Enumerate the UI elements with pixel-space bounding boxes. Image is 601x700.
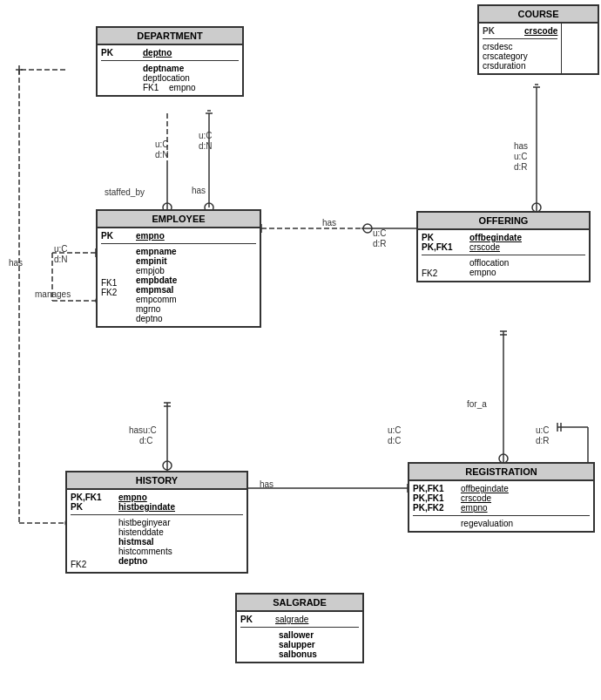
offering-empno: empno — [469, 268, 509, 277]
reg-empty-label — [413, 519, 461, 528]
offering-pk-section: PK offbegindate PK,FK1 crscode — [418, 230, 589, 255]
annotation-dn-emp-manages: d:N — [54, 255, 68, 264]
history-pkfk1-label: PK,FK1 — [71, 493, 118, 502]
entity-course-pk-col: PK crscode crsdesc crscategory crsdurati… — [479, 24, 562, 73]
emp-deptno: deptno — [136, 314, 177, 323]
emp-pk-label: PK — [101, 231, 136, 241]
dept-fk1-label: FK1 — [143, 83, 169, 92]
history-histbegindate: histbegindate — [118, 502, 175, 512]
reg-pk1-row: PK,FK1 offbegindate — [413, 484, 590, 493]
offering-pk-label: PK — [422, 233, 469, 242]
offering-offlocation: offlocation — [469, 258, 509, 268]
reg-attr1-row: regevaluation — [413, 519, 590, 528]
entity-salgrade: SALGRADE PK salgrade sallower salupper s… — [235, 593, 364, 663]
annotation-has-dept: has — [192, 186, 206, 195]
entity-offering: OFFERING PK offbegindate PK,FK1 crscode … — [416, 211, 591, 282]
history-pk1-row: PK,FK1 empno — [71, 493, 243, 502]
annotation-dr-course-offering: d:R — [514, 162, 528, 172]
course-crscode: crscode — [524, 26, 557, 36]
history-deptno: deptno — [118, 556, 172, 566]
emp-fk1-lbl: FK1 — [101, 278, 136, 288]
emp-fk2-lbl: FK2 — [101, 288, 136, 297]
dept-fk-empty — [101, 64, 143, 92]
dept-deptname: deptname — [143, 64, 196, 73]
annotation-dc-reg-left: d:C — [388, 436, 402, 445]
emp-empno: empno — [136, 231, 165, 241]
reg-pkfk1a-label: PK,FK1 — [413, 484, 461, 493]
history-pk2-row: PK histbegindate — [71, 502, 243, 512]
entity-employee-header: EMPLOYEE — [98, 211, 260, 228]
annotation-hasu-c: hasu:C — [129, 425, 157, 435]
salgrade-pk-label: PK — [240, 615, 275, 624]
registration-pk-section: PK,FK1 offbegindate PK,FK1 crscode PK,FK… — [409, 481, 593, 515]
entity-registration: REGISTRATION PK,FK1 offbegindate PK,FK1 … — [408, 462, 595, 533]
course-pk-label: PK — [483, 26, 524, 36]
annotation-dc: d:C — [139, 436, 153, 445]
diagram-container: COURSE PK crscode crsdesc crscategory cr… — [0, 0, 601, 700]
annotation-uc-reg-right: u:C — [536, 425, 550, 435]
entity-department-header: DEPARTMENT — [98, 28, 242, 45]
annotation-uc-dept-employee-right: u:C — [199, 131, 213, 140]
annotation-dn-dept-employee-left: d:N — [155, 150, 169, 160]
annotation-manages: manages — [35, 289, 71, 299]
salgrade-salbonus: salbonus — [279, 649, 359, 659]
salgrade-salgrade: salgrade — [275, 615, 308, 624]
entity-course: COURSE PK crscode crsdesc crscategory cr… — [477, 4, 599, 75]
history-attr-list: histbeginyear histenddate histmsal histc… — [118, 518, 172, 569]
reg-pk3-row: PK,FK2 empno — [413, 503, 590, 513]
emp-empinit: empinit — [136, 256, 177, 266]
svg-point-17 — [163, 461, 172, 470]
annotation-uc-emp-manages: u:C — [54, 244, 68, 254]
reg-pkfk1b-label: PK,FK1 — [413, 493, 461, 503]
history-fk-labels: FK2 — [71, 518, 118, 569]
emp-empname: empname — [136, 247, 177, 256]
entity-history: HISTORY PK,FK1 empno PK histbegindate FK… — [65, 471, 248, 574]
salgrade-salupper: salupper — [279, 640, 359, 649]
salgrade-pk-section: PK salgrade — [237, 612, 362, 627]
offering-pk1-row: PK offbegindate — [422, 233, 585, 242]
annotation-dr-emp-offering: d:R — [373, 239, 387, 248]
entity-salgrade-header: SALGRADE — [237, 595, 362, 612]
emp-empcomm: empcomm — [136, 295, 177, 304]
history-fk2-lbl: FK2 — [71, 560, 118, 569]
salgrade-sallower: sallower — [279, 630, 359, 640]
entity-department-body: PK deptno deptname deptlocation FK1 empn… — [98, 45, 242, 95]
entity-course-header: COURSE — [479, 6, 598, 24]
annotation-staffed-by: staffed_by — [105, 187, 145, 197]
annotation-uc-dept-employee-left: u:C — [155, 139, 169, 149]
emp-empmsal: empmsal — [136, 285, 177, 295]
annotation-for-a: for_a — [467, 399, 487, 409]
entity-history-header: HISTORY — [67, 472, 246, 490]
svg-point-10 — [363, 224, 372, 233]
history-histbeginyear: histbeginyear — [118, 518, 172, 527]
emp-mgrno: mgrno — [136, 304, 177, 314]
offering-attrs-section: FK2 offlocation empno — [418, 255, 589, 281]
entity-course-body: PK crscode crsdesc crscategory crsdurati… — [479, 24, 598, 73]
offering-fk2-lbl: FK2 — [422, 268, 469, 278]
dept-deptno: deptno — [143, 48, 172, 58]
entity-employee: EMPLOYEE PK empno FK1 FK2 empname empini… — [96, 209, 261, 328]
dept-pk-label: PK — [101, 48, 143, 58]
course-crscategory: crscategory — [483, 51, 557, 61]
emp-pk-section: PK empno — [98, 228, 260, 243]
offering-fk-labels: FK2 — [422, 258, 469, 278]
dept-attrs: deptname deptlocation FK1 empno — [143, 64, 196, 92]
offering-offbegindate: offbegindate — [469, 233, 522, 242]
annotation-has-course-offering: has — [514, 141, 528, 151]
course-pk-row: PK crscode — [483, 26, 557, 36]
annotation-has-hist-reg: has — [260, 479, 273, 489]
history-empno: empno — [118, 493, 147, 502]
dept-deptlocation: deptlocation — [143, 73, 196, 83]
course-crsdesc: crsdesc — [483, 42, 557, 51]
registration-attrs-section: regevaluation — [409, 516, 593, 531]
emp-empjob: empjob — [136, 266, 177, 275]
offering-attr-list: offlocation empno — [469, 258, 509, 278]
annotation-dr-reg-right: d:R — [536, 436, 550, 445]
emp-empbdate: empbdate — [136, 275, 177, 285]
reg-regevaluation: regevaluation — [461, 519, 513, 528]
annotation-dn-dept-employee-right: d:N — [199, 141, 213, 151]
reg-pkfk2-label: PK,FK2 — [413, 503, 461, 513]
history-histenddate: histenddate — [118, 527, 172, 537]
history-attrs-section: FK2 histbeginyear histenddate histmsal h… — [67, 515, 246, 572]
emp-fk-labels: FK1 FK2 — [101, 247, 136, 323]
